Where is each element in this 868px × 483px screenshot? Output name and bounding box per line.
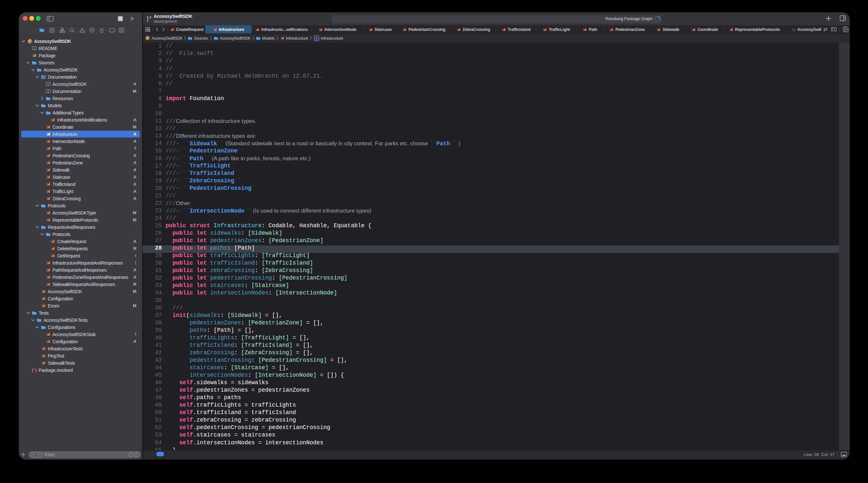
svg-text:S: S bbox=[315, 36, 318, 40]
